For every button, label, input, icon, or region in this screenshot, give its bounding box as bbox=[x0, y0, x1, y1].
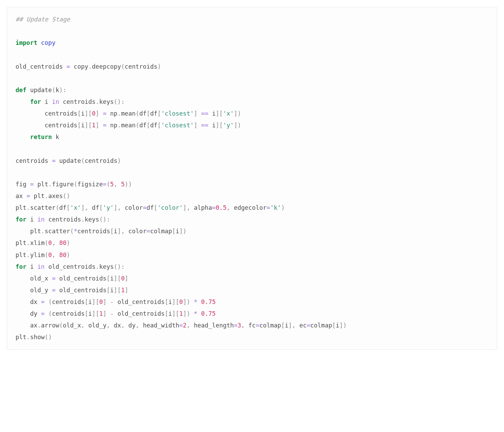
method-keys: keys bbox=[99, 98, 114, 105]
num-1: 1 bbox=[92, 122, 96, 129]
fn-deepcopy: deepcopy bbox=[92, 63, 121, 70]
num-0: 0 bbox=[92, 110, 96, 117]
fn-arrow: arrow bbox=[41, 322, 59, 329]
var-old-centroids: old_centroids bbox=[16, 63, 63, 70]
kw-for: for bbox=[30, 98, 41, 105]
name-np: np bbox=[110, 110, 117, 117]
code-block: ## Update Stage import copy old_centroid… bbox=[7, 7, 497, 350]
kwarg-head-length: head_length bbox=[194, 322, 234, 329]
op-eqeq: == bbox=[201, 110, 209, 117]
comment-line: ## Update Stage bbox=[16, 16, 70, 23]
var-old-y: old_y bbox=[30, 287, 48, 294]
name-colmap: colmap bbox=[150, 228, 172, 235]
fn-update: update bbox=[30, 87, 52, 94]
var-old-x: old_x bbox=[30, 275, 48, 282]
var-ax: ax bbox=[16, 193, 23, 199]
var-fig: fig bbox=[16, 181, 27, 188]
fn-mean: mean bbox=[121, 110, 136, 117]
str-k: 'k' bbox=[270, 204, 281, 211]
op-assign: = bbox=[67, 63, 70, 70]
param-k: k bbox=[56, 87, 59, 94]
fn-show: show bbox=[30, 334, 45, 341]
kwarg-head-width: head_width bbox=[143, 322, 179, 329]
str-color: 'color' bbox=[157, 204, 183, 211]
kwarg-figsize: figsize bbox=[77, 181, 103, 188]
str-x: 'x' bbox=[223, 110, 234, 117]
module-copy: copy bbox=[41, 39, 56, 46]
name-plt: plt bbox=[37, 181, 48, 188]
punct-lparen: ( bbox=[121, 63, 125, 70]
kwarg-ec: ec bbox=[299, 322, 307, 329]
kw-def: def bbox=[16, 87, 27, 94]
punct-dot: . bbox=[88, 63, 92, 70]
kw-return: return bbox=[30, 134, 52, 140]
kwarg-color: color bbox=[125, 204, 143, 211]
punct-rparen: ) bbox=[157, 63, 161, 70]
kwarg-edgecolor: edgecolor bbox=[234, 204, 266, 211]
var-dx: dx bbox=[30, 298, 37, 305]
op-star: * bbox=[74, 228, 78, 235]
fn-ylim: ylim bbox=[30, 252, 45, 258]
kwarg-fc: fc bbox=[249, 322, 256, 329]
fn-figure: figure bbox=[52, 181, 74, 188]
fn-axes: axes bbox=[48, 193, 63, 199]
name-copy: copy bbox=[74, 63, 88, 70]
kw-import: import bbox=[16, 39, 37, 46]
fn-xlim: xlim bbox=[30, 239, 45, 246]
arg-centroids: centroids bbox=[125, 63, 157, 70]
str-closest: 'closest' bbox=[161, 110, 194, 117]
op-minus: - bbox=[110, 298, 114, 305]
kw-in: in bbox=[52, 98, 59, 105]
kwarg-alpha: alpha bbox=[194, 204, 212, 211]
fn-scatter: scatter bbox=[30, 204, 56, 211]
str-y: 'y' bbox=[223, 122, 234, 129]
var-dy: dy bbox=[30, 310, 37, 317]
